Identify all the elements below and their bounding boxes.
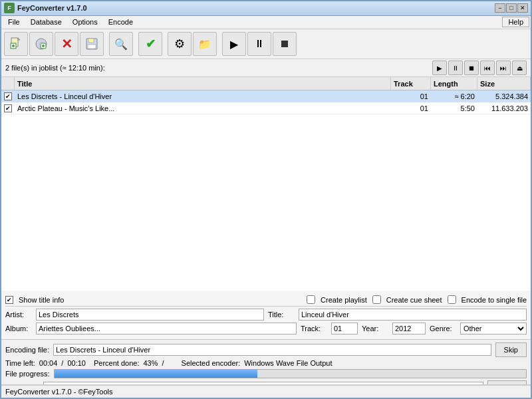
percent-done-label: Percent done: — [94, 359, 140, 367]
save-button[interactable] — [80, 32, 104, 56]
row-check-1[interactable]: ✔ — [1, 92, 15, 100]
row-check-2[interactable]: ✔ — [1, 104, 15, 112]
album-row: Album: Track: Year: Genre: Other Rock Po… — [5, 323, 527, 334]
mini-prev-button[interactable]: ⏮ — [480, 61, 495, 75]
show-title-row: ✔ Show title info Create playlist Create… — [5, 293, 527, 307]
year-label: Year: — [362, 325, 388, 332]
show-title-checkbox[interactable]: ✔ — [5, 296, 13, 304]
encoding-file-row: Encoding file: Skip — [5, 342, 527, 357]
table-row[interactable]: ✔ Les Discrets - Linceul d'Hiver 01 ≈ 6:… — [1, 90, 531, 102]
mini-eject-button[interactable]: ⏏ — [512, 61, 527, 75]
header-size: Size — [477, 77, 531, 90]
stop-button[interactable]: ⏹ — [273, 32, 297, 56]
show-title-label: Show title info — [19, 296, 64, 304]
status-top: 2 file(s) in joblist (≈ 12:10 min): ▶ ⏸ … — [1, 59, 531, 77]
svg-rect-12 — [88, 39, 94, 43]
main-content: 2 file(s) in joblist (≈ 12:10 min): ▶ ⏸ … — [1, 59, 531, 398]
row-track-2: 01 — [391, 104, 431, 112]
status-text: FeyConverter v1.7.0 - ©FeyTools — [5, 388, 113, 396]
row-length-1: ≈ 6:20 — [431, 92, 477, 100]
header-check — [1, 77, 15, 90]
pause-button[interactable]: ⏸ — [247, 32, 271, 56]
settings-button[interactable]: ⚙ — [168, 32, 192, 56]
table-row[interactable]: ✔ Arctic Plateau - Music's Like... 01 5:… — [1, 102, 531, 114]
play-button[interactable]: ▶ — [222, 32, 246, 56]
time-sep: / — [61, 359, 63, 367]
row-title-2: Arctic Plateau - Music's Like... — [15, 104, 391, 112]
progress-bar-container — [54, 369, 527, 378]
time-total: 00:10 — [67, 359, 86, 367]
menu-file[interactable]: File — [3, 17, 25, 27]
encoder-value: Windows Wave File Output — [244, 359, 332, 367]
add-cd-button[interactable] — [29, 32, 53, 56]
create-playlist-checkbox[interactable] — [307, 295, 315, 304]
encode-single-label: Encode to single file — [462, 296, 527, 304]
mini-pause-button[interactable]: ⏸ — [448, 61, 463, 75]
create-playlist-label: Create playlist — [321, 296, 367, 304]
artist-title-row: Artist: Title: — [5, 309, 527, 321]
menu-bar: File Database Options Encode Help — [1, 16, 531, 29]
close-button[interactable]: ✕ — [517, 3, 528, 13]
encoding-file-field — [53, 344, 491, 356]
encoding-file-label: Encoding file: — [5, 346, 49, 354]
window-title: FeyConverter v1.7.0 — [17, 4, 495, 12]
app-icon: F — [4, 3, 15, 13]
encode-single-checkbox[interactable] — [448, 295, 456, 304]
row-title-1: Les Discrets - Linceul d'Hiver — [15, 92, 391, 100]
folder-button[interactable]: 📁 — [193, 32, 217, 56]
check-button[interactable]: ✔ — [138, 32, 162, 56]
percent-value: 43% — [143, 359, 158, 367]
menu-database[interactable]: Database — [25, 17, 67, 27]
mini-stop-button[interactable]: ⏹ — [464, 61, 479, 75]
slash: / — [162, 359, 164, 367]
file-list-area: Title Track Length Size ✔ Les Discrets -… — [1, 77, 531, 291]
toolbar: ✕ 🔍 ✔ ⚙ 📁 ▶ ⏸ ⏹ — [1, 29, 531, 60]
svg-rect-13 — [88, 45, 96, 49]
menu-encode[interactable]: Encode — [103, 17, 138, 27]
track-field[interactable] — [331, 323, 358, 334]
remove-button[interactable]: ✕ — [55, 32, 78, 56]
status-bottom: FeyConverter v1.7.0 - ©FeyTools — [1, 384, 531, 398]
menu-options[interactable]: Options — [67, 17, 103, 27]
encoder-label: Selected encoder: — [182, 359, 241, 367]
header-title: Title — [15, 77, 391, 90]
title-label: Title: — [268, 311, 295, 319]
header-track: Track — [391, 77, 431, 90]
create-cue-sheet-label: Create cue sheet — [386, 296, 442, 304]
joblist-status: 2 file(s) in joblist (≈ 12:10 min): — [5, 64, 105, 72]
album-field[interactable] — [36, 323, 297, 334]
album-label: Album: — [5, 325, 32, 332]
info-section: ✔ Show title info Create playlist Create… — [1, 291, 531, 340]
track-label: Track: — [301, 325, 327, 332]
time-left-label: Time left: — [5, 359, 35, 367]
maximize-button[interactable]: □ — [506, 3, 517, 13]
mini-play-button[interactable]: ▶ — [432, 61, 447, 75]
row-length-2: 5:50 — [431, 104, 477, 112]
minimize-button[interactable]: − — [495, 3, 505, 13]
search-button[interactable]: 🔍 — [109, 32, 133, 56]
checkbox-2[interactable]: ✔ — [4, 104, 12, 112]
genre-label: Genre: — [430, 325, 456, 332]
year-field[interactable] — [392, 323, 426, 334]
file-progress-label: File progress: — [5, 370, 50, 378]
list-header: Title Track Length Size — [1, 77, 531, 90]
artist-label: Artist: — [5, 311, 32, 319]
header-length: Length — [431, 77, 477, 90]
time-row: Time left: 00:04 / 00:10 Percent done: 4… — [5, 359, 527, 367]
file-list-rows: ✔ Les Discrets - Linceul d'Hiver 01 ≈ 6:… — [1, 90, 531, 291]
window-controls: − □ ✕ — [495, 3, 528, 13]
help-button[interactable]: Help — [502, 17, 529, 27]
add-file-button[interactable] — [4, 32, 28, 56]
row-size-2: 11.633.203 — [477, 104, 531, 112]
mini-controls: ▶ ⏸ ⏹ ⏮ ⏭ ⏏ — [432, 61, 527, 75]
mini-next-button[interactable]: ⏭ — [496, 61, 511, 75]
time-value: 00:04 — [39, 359, 58, 367]
checkbox-1[interactable]: ✔ — [4, 92, 12, 100]
artist-field[interactable] — [36, 309, 264, 321]
genre-select[interactable]: Other Rock Pop Metal Classical Jazz Elec… — [460, 323, 527, 334]
row-size-1: 5.324.384 — [477, 92, 531, 100]
create-cue-sheet-checkbox[interactable] — [372, 295, 381, 304]
title-field[interactable] — [299, 309, 527, 321]
skip-button[interactable]: Skip — [495, 342, 527, 357]
progress-row: File progress: — [5, 369, 527, 378]
